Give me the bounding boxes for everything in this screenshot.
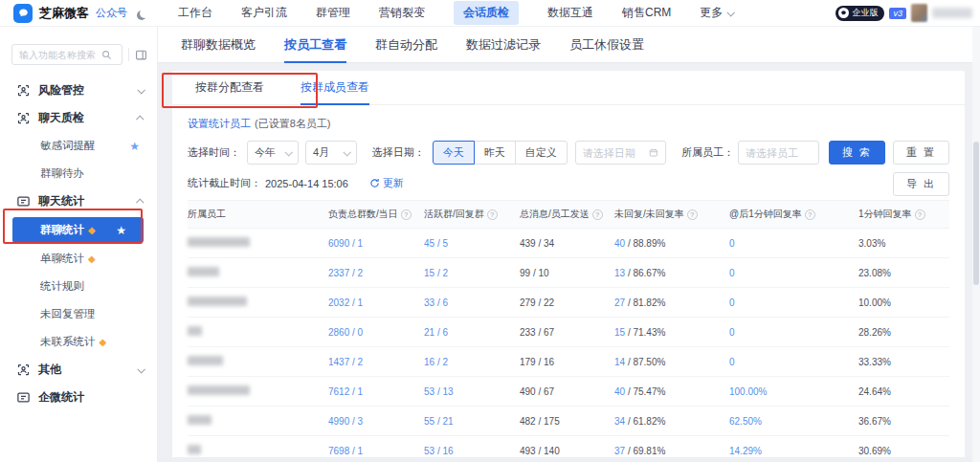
- unreplied-cell: 13 / 86.67%: [614, 268, 729, 278]
- avatar[interactable]: [911, 4, 927, 22]
- dark-mode-icon[interactable]: [140, 9, 149, 18]
- favorite-star-icon[interactable]: ★: [129, 140, 140, 153]
- vertical-scrollbar[interactable]: [972, 27, 980, 462]
- export-button[interactable]: 导 出: [893, 172, 949, 196]
- one-min-rate-cell: 24.64%: [858, 386, 949, 397]
- tab-auto-assign[interactable]: 群自动分配: [375, 27, 437, 63]
- set-staff-link[interactable]: 设置统计员工: [188, 117, 251, 131]
- reset-button[interactable]: 重 置: [893, 141, 949, 165]
- active-groups-cell[interactable]: 16 / 2: [424, 357, 520, 367]
- active-groups-cell[interactable]: 53 / 13: [424, 386, 520, 397]
- tab-data-filter-log[interactable]: 数据过滤记录: [466, 27, 541, 63]
- staff-select-input[interactable]: [738, 141, 819, 165]
- nav-sales-crm[interactable]: 销售CRM: [622, 5, 671, 21]
- total-groups-cell[interactable]: 2860 / 0: [328, 327, 424, 338]
- sidebar-item-stats-rules[interactable]: 统计规则: [0, 273, 157, 300]
- sidebar-item-label: 群聊统计: [40, 223, 84, 237]
- tab-view-by-staff[interactable]: 按员工查看: [284, 27, 346, 63]
- at-reply-rate-cell[interactable]: 0: [729, 297, 858, 308]
- calendar-icon: [649, 147, 658, 158]
- staff-name-redacted: [188, 445, 328, 456]
- search-button[interactable]: 搜 索: [829, 141, 885, 165]
- at-reply-rate-cell[interactable]: 14.29%: [729, 446, 858, 456]
- today-button[interactable]: 今天: [433, 141, 475, 165]
- nav-customer-acquisition[interactable]: 客户引流: [241, 5, 287, 21]
- tab-staff-vacation[interactable]: 员工休假设置: [569, 27, 644, 63]
- help-icon[interactable]: ?: [805, 209, 815, 220]
- help-icon[interactable]: ?: [915, 209, 925, 220]
- total-groups-cell[interactable]: 1437 / 2: [328, 357, 424, 367]
- sidebar-group-label: 聊天统计: [38, 193, 84, 209]
- help-icon[interactable]: ?: [487, 209, 498, 220]
- horizontal-scrollbar[interactable]: [158, 457, 972, 462]
- sidebar-group-other[interactable]: 其他: [0, 356, 157, 384]
- at-reply-rate-cell[interactable]: 100.00%: [729, 386, 858, 397]
- total-groups-cell[interactable]: 6090 / 1: [328, 238, 424, 249]
- help-icon[interactable]: ?: [592, 209, 603, 220]
- sidebar-item-unreplied-management[interactable]: 未回复管理: [0, 300, 157, 328]
- at-reply-rate-cell[interactable]: 62.50%: [729, 416, 858, 427]
- nav-more[interactable]: 更多: [700, 5, 733, 21]
- one-min-rate-cell: 23.08%: [858, 268, 949, 278]
- messages-cell: 233 / 67: [520, 327, 614, 338]
- sidebar-item-label: 群聊待办: [40, 166, 84, 181]
- date-picker-input[interactable]: [575, 141, 666, 165]
- at-reply-rate-cell[interactable]: 0: [729, 357, 858, 367]
- total-groups-cell[interactable]: 4990 / 3: [328, 416, 424, 427]
- at-reply-rate-cell[interactable]: 0: [729, 327, 858, 338]
- favorite-star-icon[interactable]: ★: [116, 224, 126, 237]
- active-groups-cell[interactable]: 33 / 6: [424, 297, 520, 308]
- sidebar-group-chat-stats[interactable]: 聊天统计: [0, 187, 157, 215]
- total-groups-cell[interactable]: 2337 / 2: [328, 268, 424, 278]
- nav-workbench[interactable]: 工作台: [178, 5, 212, 21]
- yesterday-button[interactable]: 昨天: [474, 141, 516, 165]
- sidebar-group-chat-qc[interactable]: 聊天质检: [0, 104, 157, 132]
- nav-marketing-fission[interactable]: 营销裂变: [379, 5, 425, 21]
- total-groups-cell[interactable]: 7612 / 1: [328, 386, 424, 397]
- sidebar-group-risk[interactable]: 风险管控: [0, 77, 157, 104]
- active-groups-cell[interactable]: 53 / 16: [424, 446, 520, 456]
- sub-tabs: 按群分配查看 按群成员查看: [172, 71, 965, 105]
- active-groups-cell[interactable]: 45 / 5: [424, 238, 520, 249]
- edition-label: 企业版: [852, 7, 878, 19]
- subtab-by-group-assignment[interactable]: 按群分配查看: [195, 71, 264, 105]
- official-account-link[interactable]: 公众号: [96, 6, 127, 20]
- sidebar-item-uncontacted-stats[interactable]: 未联系统计 ◆: [0, 328, 157, 356]
- total-groups-cell[interactable]: 2032 / 1: [328, 297, 424, 308]
- chevron-up-icon: [136, 115, 144, 122]
- custom-range-button[interactable]: 自定义: [515, 141, 568, 165]
- active-groups-cell[interactable]: 15 / 2: [424, 268, 520, 278]
- subtab-by-group-member[interactable]: 按群成员查看: [301, 71, 369, 105]
- nav-conversation-qc[interactable]: 会话质检: [454, 1, 519, 25]
- search-input[interactable]: [19, 50, 101, 60]
- unreplied-cell: 14 / 87.50%: [614, 357, 729, 367]
- total-groups-cell[interactable]: 7698 / 1: [328, 446, 424, 456]
- sidebar-group-wecom-stats[interactable]: 企微统计: [0, 384, 157, 411]
- at-reply-rate-cell[interactable]: 0: [729, 238, 858, 249]
- nav-data-interop[interactable]: 数据互通: [547, 5, 593, 21]
- at-reply-rate-cell[interactable]: 0: [729, 268, 858, 278]
- help-icon[interactable]: ?: [401, 209, 412, 220]
- active-groups-cell[interactable]: 55 / 21: [424, 416, 520, 427]
- sidebar-item-group-todo[interactable]: 群聊待办: [0, 160, 157, 187]
- sidebar-item-group-chat-stats[interactable]: 群聊统计 ◆ ★: [12, 217, 144, 243]
- chevron-down-icon: [343, 148, 350, 156]
- sidebar-item-single-chat-stats[interactable]: 单聊统计 ◆: [0, 245, 157, 273]
- sidebar-item-sensitive-words[interactable]: 敏感词提醒 ★: [0, 132, 157, 160]
- active-groups-cell[interactable]: 21 / 6: [424, 327, 520, 338]
- year-select[interactable]: 今年: [247, 141, 299, 165]
- stats-table: 所属员工 负责总群数/当日? 活跃群/回复群? 总消息/员工发送? 未回复/未回…: [188, 200, 949, 462]
- tab-group-data-overview[interactable]: 群聊数据概览: [181, 27, 256, 63]
- date-input[interactable]: [583, 147, 650, 159]
- sidebar-search-box[interactable]: [11, 44, 122, 65]
- collapse-panel-icon[interactable]: [135, 49, 147, 61]
- messages-cell: 482 / 175: [520, 416, 614, 427]
- refresh-control[interactable]: 更新: [369, 176, 404, 190]
- nav-group-management[interactable]: 群管理: [316, 5, 350, 21]
- main-tabs: 群聊数据概览 按员工查看 群自动分配 数据过滤记录 员工休假设置: [158, 27, 980, 63]
- sidebar-group-label: 其他: [38, 362, 61, 378]
- month-select[interactable]: 4月: [305, 141, 357, 165]
- help-icon[interactable]: ?: [687, 209, 698, 220]
- scrollbar-thumb[interactable]: [973, 142, 979, 285]
- staff-input[interactable]: [746, 147, 812, 159]
